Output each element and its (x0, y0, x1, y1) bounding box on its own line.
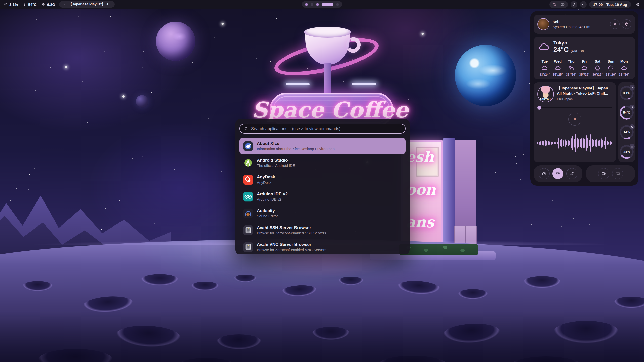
topbar-right-cluster: 17:09 - Tue, 19 Aug (549, 1, 640, 8)
app-launcher: About Xfce Information about the Xfce De… (235, 119, 410, 254)
profile-performance-button[interactable] (539, 168, 550, 179)
workspace-dot[interactable] (305, 3, 308, 6)
clock[interactable]: 17:09 - Tue, 19 Aug (589, 1, 631, 8)
forecast-weather-icon (581, 65, 588, 71)
app-result-list: About Xfce Information about the Xfce De… (239, 138, 406, 255)
cat-widget-icon[interactable] (553, 2, 557, 7)
screen-record-button[interactable] (598, 168, 609, 179)
system-gauge: 54°C (620, 106, 634, 120)
bell-icon (572, 2, 576, 6)
star (465, 39, 465, 40)
star (156, 110, 156, 110)
waveform-bar (549, 141, 550, 145)
slider-handle[interactable] (537, 106, 541, 110)
star (198, 211, 198, 211)
app-icon (243, 158, 253, 168)
workspace-switcher[interactable] (302, 1, 342, 8)
app-icon (243, 225, 253, 236)
window-neon-word: ans (406, 215, 434, 230)
profile-powersave-button[interactable] (566, 168, 577, 179)
app-list-item[interactable]: Audacity Sound Editor (239, 205, 406, 222)
search-input[interactable] (251, 126, 401, 131)
settings-button[interactable] (610, 19, 620, 29)
star (142, 67, 143, 68)
workspace-dot[interactable] (311, 3, 313, 6)
now-playing-label: 【Japanese Playlist】 J... (69, 2, 111, 7)
forecast-day: Fri 35°/26° (578, 59, 591, 76)
gauge-icon (631, 106, 634, 109)
app-name: About Xfce (257, 141, 336, 146)
power-button[interactable] (622, 19, 631, 29)
forecast-temps: 33°/26° (566, 73, 576, 76)
forecast-day: Sun 33°/26° (605, 59, 617, 76)
waveform-bar (602, 140, 603, 147)
launcher-search-bar[interactable] (239, 124, 406, 134)
star (516, 163, 517, 164)
window-neon-word: esh (406, 150, 434, 164)
power-profile-switcher (534, 165, 582, 182)
widget-toggles-pill[interactable] (549, 1, 568, 8)
profile-balanced-button[interactable] (552, 168, 564, 179)
forecast-day-name: Sat (595, 59, 600, 63)
star (50, 67, 51, 68)
speaker-icon (581, 2, 585, 6)
user-card: seb System Uptime: 4h11m (534, 15, 635, 34)
system-stat: 6.8G (41, 2, 55, 7)
system-stat: 3.1% (4, 2, 18, 7)
app-list-item[interactable]: Avahi SSH Server Browser Browse for Zero… (239, 222, 406, 239)
forecast-day: Tue 33°/24° (538, 59, 551, 76)
star (99, 31, 100, 31)
screenshot-button[interactable] (612, 168, 623, 179)
shop-hedge (399, 244, 478, 255)
app-icon (243, 141, 253, 151)
star (29, 174, 30, 175)
volume-button[interactable] (580, 1, 587, 8)
waveform-bar (543, 141, 544, 146)
star (495, 172, 496, 173)
wallpaper-icon[interactable] (560, 2, 565, 7)
app-name: Arduino IDE v2 (257, 192, 288, 197)
now-playing-pill[interactable]: 【Japanese Playlist】 J... (59, 1, 115, 8)
forecast-day-name: Sun (608, 59, 614, 63)
workspace-dot[interactable] (316, 3, 319, 6)
audio-waveform (537, 127, 612, 159)
app-list-item[interactable]: Arduino IDE v2 Arduino IDE v2 (239, 188, 406, 205)
seek-slider[interactable] (537, 106, 612, 110)
waveform-bar (552, 142, 553, 144)
star (153, 197, 154, 197)
play-pause-button[interactable] (568, 113, 581, 126)
waveform-bar (596, 139, 597, 147)
app-icon (243, 174, 253, 185)
crater (523, 276, 561, 288)
stat-icon (41, 2, 45, 6)
app-list-item[interactable]: Android Studio The official Android IDE (239, 154, 406, 171)
star (434, 60, 435, 60)
waveform-bar (568, 140, 569, 146)
workspace-dot[interactable] (322, 3, 333, 6)
waveform-bar (601, 138, 602, 148)
waveform-bar (605, 137, 606, 149)
waveform-bar (575, 134, 576, 152)
app-grid-button[interactable] (634, 1, 640, 8)
workspace-dot[interactable] (336, 3, 339, 6)
forecast-weather-icon (555, 65, 561, 71)
waveform-bar (583, 138, 584, 148)
forecast-day: Wed 35°/25° (552, 59, 564, 76)
waveform-bar (560, 140, 561, 146)
star (221, 171, 222, 172)
app-list-item[interactable]: About Xfce Information about the Xfce De… (239, 138, 406, 154)
crater (234, 275, 257, 282)
system-gauges: 3.1% 54°C 14% (618, 82, 635, 162)
waveform-bar (569, 141, 570, 145)
forecast-weather-icon (541, 65, 548, 71)
notifications-button[interactable] (571, 1, 577, 8)
app-list-item[interactable]: Avahi VNC Server Browser Browse for Zero… (239, 239, 406, 255)
waveform-bar (574, 139, 575, 148)
gauge-icon (631, 125, 634, 128)
waveform-bar (610, 141, 611, 145)
system-gauge: 14% (620, 125, 634, 139)
crater (338, 277, 364, 285)
app-list-item[interactable]: AnyDesk AnyDesk (239, 171, 406, 188)
uptime-label: System Uptime: 4h11m (553, 25, 590, 29)
slider-track[interactable] (541, 107, 612, 108)
